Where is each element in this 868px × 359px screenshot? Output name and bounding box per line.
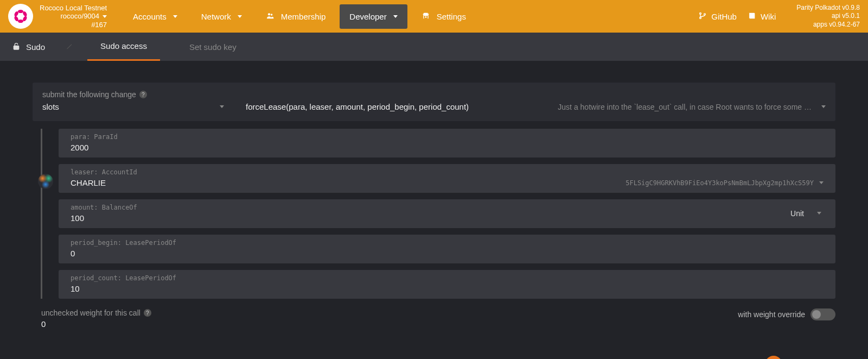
sudo-call-card: submit the following change ? slots forc… (33, 83, 835, 121)
network-selector[interactable]: Rococo Local Testnet rococo/9004 #167 (40, 4, 107, 29)
svg-point-9 (425, 16, 426, 18)
submit-sudo-button[interactable]: Submit Sudo (765, 356, 835, 359)
node-version: Parity Polkadot v0.9.8 (796, 4, 860, 12)
unit-label: Unit (790, 209, 804, 218)
chevron-down-icon (817, 212, 821, 215)
apps-version: apps v0.94.2-67 (796, 21, 860, 29)
chevron-down-icon (393, 15, 398, 18)
breadcrumb-separator (64, 33, 72, 61)
param-label: para: ParaId (71, 133, 824, 141)
help-icon[interactable]: ? (144, 309, 151, 317)
identicon-icon (38, 174, 53, 189)
wiki-link[interactable]: Wiki (748, 11, 776, 22)
method-dropdown[interactable]: forceLease(para, leaser, amount, period_… (224, 102, 558, 111)
svg-point-12 (700, 17, 701, 18)
nav-developer[interactable]: Developer (340, 4, 407, 29)
nav-settings[interactable]: Settings (412, 4, 476, 29)
unlock-icon (12, 42, 21, 52)
nav-membership[interactable]: Membership (256, 4, 336, 29)
param-label: leaser: AccountId (71, 168, 824, 176)
param-period-begin[interactable]: period_begin: LeasePeriodOf 0 (59, 235, 835, 263)
param-para[interactable]: para: ParaId 2000 (59, 129, 835, 158)
dropdown-value: slots (42, 102, 220, 111)
chevron-down-icon (173, 15, 177, 18)
svg-rect-14 (14, 46, 18, 49)
module-dropdown[interactable]: slots (42, 102, 224, 111)
page-subnav: Sudo Sudo access Set sudo key (0, 33, 868, 61)
nav-network[interactable]: Network (192, 4, 252, 29)
polkadot-logo[interactable] (8, 4, 33, 29)
param-amount[interactable]: amount: BalanceOf 100 Unit (59, 199, 835, 228)
svg-point-11 (700, 12, 701, 14)
network-spec: rococo/9004 (61, 12, 100, 20)
param-value: 0 (71, 249, 824, 258)
tab-sudo-access[interactable]: Sudo access (87, 33, 160, 61)
weight-value: 0 (41, 319, 151, 329)
method-signature: forceLease(para, leaser, amount, period_… (246, 102, 469, 111)
nav-label: Membership (281, 12, 326, 21)
chevron-down-icon (238, 15, 242, 18)
network-name: Rococo Local Testnet (40, 4, 107, 12)
label-text: unchecked weight for this call (41, 308, 141, 317)
field-label: submit the following change ? (42, 90, 826, 99)
link-label: GitHub (711, 12, 737, 21)
param-value: 2000 (71, 143, 824, 152)
svg-point-1 (18, 20, 23, 23)
chevron-down-icon (819, 181, 824, 184)
unit-dropdown[interactable]: Unit (790, 209, 824, 218)
nav-label: Settings (437, 12, 466, 21)
param-label: period_begin: LeasePeriodOf (71, 239, 824, 247)
params-indent-bar (41, 129, 42, 299)
chevron-down-icon (103, 15, 107, 18)
tab-set-sudo-key[interactable]: Set sudo key (176, 33, 250, 61)
param-value: 100 (71, 213, 790, 223)
param-period-count[interactable]: period_count: LeasePeriodOf 10 (59, 270, 835, 299)
block-number: #167 (40, 21, 107, 29)
chevron-down-icon (821, 105, 826, 108)
chevron-down-icon (220, 105, 224, 108)
svg-point-8 (423, 14, 424, 15)
label-text: submit the following change (42, 90, 136, 99)
link-label: Wiki (761, 12, 776, 21)
svg-point-7 (271, 14, 272, 15)
param-leaser[interactable]: leaser: AccountId CHARLIE 5FLSigC9HGRKVh… (59, 164, 835, 193)
param-value: 10 (71, 284, 824, 293)
version-info: Parity Polkadot v0.9.8 api v5.0.1 apps v… (796, 4, 860, 29)
nav-label: Network (201, 12, 231, 21)
account-address: 5FLSigC9HGRKVhB9FiEo4Y3koPsNmBmLJbpXg2mp… (626, 179, 814, 187)
github-link[interactable]: GitHub (698, 11, 737, 22)
weight-label: unchecked weight for this call ? (41, 308, 151, 317)
settings-icon (422, 11, 430, 22)
nav-label: Accounts (133, 12, 167, 21)
page-title: Sudo (26, 42, 45, 52)
top-navbar: Rococo Local Testnet rococo/9004 #167 Ac… (0, 0, 868, 33)
account-name: CHARLIE (71, 178, 106, 187)
git-branch-icon (698, 11, 707, 22)
svg-point-10 (427, 14, 429, 15)
svg-point-0 (18, 10, 23, 13)
book-icon (748, 11, 756, 22)
method-description: Just a hotwire into the `lease_out` call… (558, 103, 812, 111)
help-icon[interactable]: ? (139, 91, 147, 98)
api-version: api v5.0.1 (796, 12, 860, 21)
users-icon (266, 11, 275, 22)
svg-point-13 (704, 13, 706, 15)
weight-override-toggle[interactable] (810, 308, 835, 320)
param-label: amount: BalanceOf (71, 204, 790, 211)
nav-label: Developer (349, 12, 386, 21)
svg-point-6 (268, 13, 270, 15)
nav-accounts[interactable]: Accounts (123, 4, 187, 29)
param-label: period_count: LeasePeriodOf (71, 274, 824, 282)
weight-override-label: with weight override (738, 310, 805, 319)
